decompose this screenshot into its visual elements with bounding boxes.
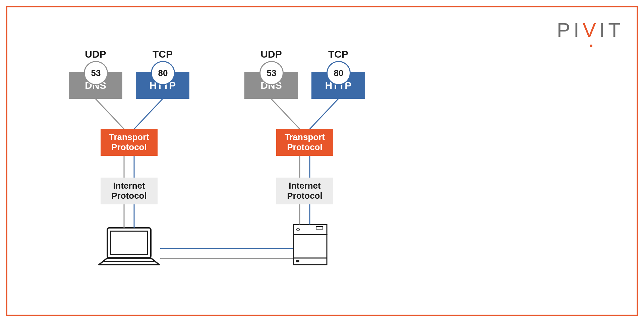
dns-port-circle-left: 53 <box>84 61 108 85</box>
transport-l1-right: Transport <box>285 132 325 142</box>
ip-l2-right: Protocol <box>287 191 322 201</box>
udp-label-left: UDP <box>82 49 109 60</box>
transport-box-right: Transport Protocol <box>276 129 333 156</box>
ip-l2-left: Protocol <box>111 191 147 201</box>
http-port-circle-left: 80 <box>151 61 175 85</box>
ip-box-right: Internet Protocol <box>276 178 333 204</box>
transport-l2-right: Protocol <box>287 142 322 152</box>
ip-l1-left: Internet <box>113 181 145 191</box>
ip-box-left: Internet Protocol <box>101 178 158 204</box>
http-port-left: 80 <box>158 68 168 78</box>
http-port-circle-right: 80 <box>327 61 351 85</box>
tcp-label-left: TCP <box>149 49 176 60</box>
transport-l1-left: Transport <box>109 132 149 142</box>
ip-l1-right: Internet <box>289 181 320 191</box>
udp-label-right: UDP <box>258 49 285 60</box>
pivit-logo: PIVIT <box>557 18 624 42</box>
dns-port-left: 53 <box>91 68 101 78</box>
transport-box-left: Transport Protocol <box>101 129 158 156</box>
transport-l2-left: Protocol <box>111 142 147 152</box>
dns-port-right: 53 <box>267 68 277 78</box>
http-port-right: 80 <box>334 68 344 78</box>
tcp-label-right: TCP <box>325 49 352 60</box>
dns-port-circle-right: 53 <box>259 61 284 85</box>
